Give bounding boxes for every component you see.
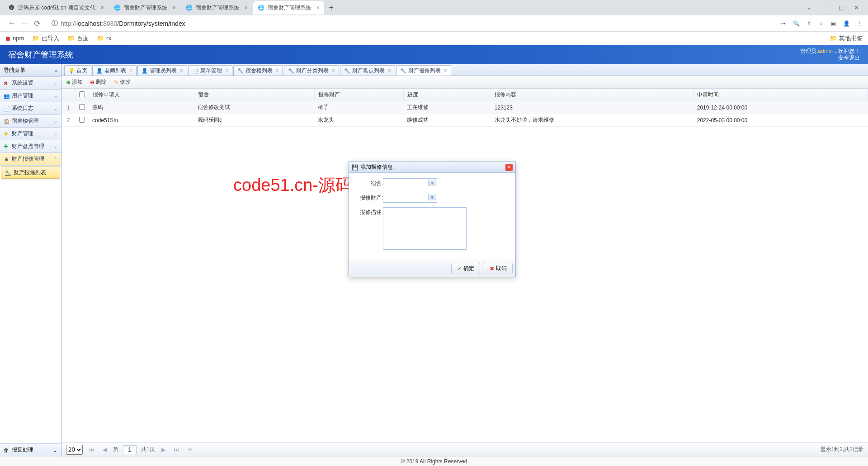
- logout-link[interactable]: 安全退出: [800, 55, 860, 62]
- close-icon[interactable]: ×: [129, 67, 132, 74]
- user-icon: [96, 67, 103, 74]
- property-combo[interactable]: [383, 193, 437, 203]
- browser-tab[interactable]: 🌐宿舍财产管理系统×: [109, 1, 180, 14]
- sidebar-item-logs[interactable]: 系统日志⌄: [0, 102, 61, 115]
- sidebar-item-users[interactable]: 用户管理⌄: [0, 90, 61, 102]
- bookmark-imported[interactable]: 📁已导入: [32, 34, 59, 43]
- prev-page-button[interactable]: ◀: [101, 447, 108, 453]
- close-icon[interactable]: ×: [101, 5, 104, 11]
- col-dorm[interactable]: 宿舍: [194, 89, 314, 101]
- puzzle-icon[interactable]: ▣: [831, 20, 836, 27]
- share-icon[interactable]: ⇪: [807, 20, 811, 27]
- search-icon[interactable]: 🔍: [793, 20, 800, 27]
- cancel-button[interactable]: ✖取消: [484, 263, 513, 274]
- last-page-button[interactable]: ⏭: [172, 447, 181, 453]
- footer: © 2019 All Rights Reserved: [0, 456, 868, 466]
- menu-icon[interactable]: ⋮: [857, 20, 863, 27]
- add-repair-dialog: 💾添加报修信息 × 宿舍: 报修财产: 报修描述: ✔确定 ✖取消: [349, 162, 516, 277]
- wrench-icon: [5, 170, 11, 176]
- puzzle-icon: [4, 143, 10, 150]
- first-page-button[interactable]: ⏮: [87, 447, 96, 453]
- col-applicant[interactable]: 报修申请人: [89, 89, 194, 101]
- close-icon[interactable]: ×: [332, 67, 335, 74]
- close-icon[interactable]: ×: [388, 67, 391, 74]
- pager-info: 显示1到2,共2记录: [821, 446, 863, 453]
- puzzle-icon: [4, 131, 10, 137]
- minimize-icon[interactable]: —: [822, 5, 828, 11]
- tab-teachers[interactable]: 老师列表×: [92, 65, 137, 76]
- back-button[interactable]: ←: [5, 19, 18, 28]
- tab-menus[interactable]: 菜单管理×: [188, 65, 232, 76]
- forward-button[interactable]: →: [18, 19, 31, 28]
- close-icon[interactable]: ×: [444, 67, 447, 74]
- dialog-title-bar[interactable]: 💾添加报修信息 ×: [349, 162, 515, 173]
- tab-inventory-list[interactable]: 财产盘点列表×: [340, 65, 395, 76]
- key-icon[interactable]: ⊶: [780, 20, 786, 27]
- add-button[interactable]: ⊕添加: [66, 78, 83, 86]
- close-icon[interactable]: ×: [276, 67, 279, 74]
- chevron-down-icon[interactable]: ⌄: [807, 5, 811, 11]
- wrench-icon: [288, 67, 294, 74]
- close-icon[interactable]: ×: [316, 5, 320, 11]
- tab-repair-list[interactable]: 财产报修列表×: [396, 65, 451, 76]
- wrench-icon: [237, 67, 244, 74]
- col-progress[interactable]: 进度: [403, 89, 491, 101]
- page-input[interactable]: [123, 445, 137, 454]
- close-icon[interactable]: ×: [245, 5, 248, 11]
- sidebar-item-scrap[interactable]: 报废处理⌄: [0, 443, 61, 456]
- page-size-select[interactable]: 20: [66, 445, 83, 455]
- new-tab-button[interactable]: +: [325, 3, 338, 13]
- col-property[interactable]: 报修财产: [314, 89, 403, 101]
- table-row[interactable]: 1 源码宿舍修改测试椅子正在维修1231232019-12-24 00:00:0…: [61, 101, 868, 114]
- browser-tab[interactable]: 🌐宿舍财产管理系统×: [181, 1, 252, 14]
- maximize-icon[interactable]: ▢: [839, 5, 844, 11]
- tab-admins[interactable]: 管理员列表×: [137, 65, 187, 76]
- user-icon: [142, 67, 148, 74]
- sidebar-item-dormitory[interactable]: 宿舍楼管理⌄: [0, 115, 61, 128]
- delete-button[interactable]: ⊖删除: [90, 78, 107, 86]
- building-icon: [4, 118, 10, 124]
- description-textarea[interactable]: [383, 207, 467, 250]
- next-page-button[interactable]: ▶: [160, 447, 167, 453]
- tab-home[interactable]: 首页: [64, 65, 91, 76]
- tab-dorm-list[interactable]: 宿舍楼列表×: [233, 65, 283, 76]
- row-checkbox[interactable]: [79, 104, 85, 110]
- sidebar-item-property[interactable]: 财产管理⌄: [0, 128, 61, 140]
- other-bookmarks[interactable]: 📁其他书签: [830, 34, 863, 43]
- collapse-icon[interactable]: «: [54, 67, 57, 74]
- dorm-combo[interactable]: [383, 178, 437, 188]
- dialog-close-button[interactable]: ×: [505, 164, 513, 171]
- menu-icon: [192, 67, 198, 74]
- sidebar-subitem-repair-list[interactable]: 财产报修列表: [1, 166, 60, 179]
- profile-icon[interactable]: 👤: [843, 20, 850, 27]
- refresh-button[interactable]: ⟲: [185, 447, 193, 453]
- label-description: 报修描述:: [358, 207, 383, 216]
- bookmark-rx[interactable]: 📁rx: [97, 35, 111, 42]
- sidebar-item-settings[interactable]: 系统设置⌄: [0, 77, 61, 90]
- wrench-icon: [400, 67, 406, 74]
- row-checkbox[interactable]: [79, 117, 85, 123]
- browser-tabstrip: 🅨源码乐园 code51.cn-项目论文代× 🌐宿舍财产管理系统× 🌐宿舍财产管…: [0, 0, 868, 15]
- browser-tab[interactable]: 🅨源码乐园 code51.cn-项目论文代×: [4, 1, 108, 14]
- col-time[interactable]: 申请时间: [693, 89, 868, 101]
- close-icon[interactable]: ×: [173, 5, 176, 11]
- browser-tab-active[interactable]: 🌐宿舍财产管理系统×: [253, 1, 324, 14]
- sidebar-item-inventory[interactable]: 财产盘点管理⌄: [0, 140, 61, 153]
- edit-button[interactable]: ✎修改: [114, 78, 131, 86]
- sidebar-header: 导航菜单«: [0, 64, 61, 77]
- table-row[interactable]: 2 code51Stu源码乐园c水龙头维修成功水龙头不好啦，请求维修2022-0…: [61, 114, 868, 127]
- col-content[interactable]: 报修内容: [491, 89, 693, 101]
- close-window-icon[interactable]: ✕: [854, 5, 859, 11]
- star-icon[interactable]: ☆: [819, 20, 824, 27]
- ok-button[interactable]: ✔确定: [451, 263, 480, 274]
- bookmark-baidu[interactable]: 📁百度: [67, 34, 89, 43]
- bookmark-npm[interactable]: ◼npm: [5, 35, 24, 42]
- tab-property-cat[interactable]: 财产分类列表×: [284, 65, 339, 76]
- reload-button[interactable]: ⟳: [31, 19, 43, 29]
- select-all-checkbox[interactable]: [79, 91, 85, 97]
- close-icon[interactable]: ×: [180, 67, 183, 74]
- url-input[interactable]: ⓘ http://localhost:8080/Dormitory/system…: [47, 17, 777, 30]
- close-icon[interactable]: ×: [225, 67, 228, 74]
- sidebar-item-repair[interactable]: 财产报修管理⌃: [0, 153, 61, 166]
- address-bar: ← → ⟳ ⓘ http://localhost:8080/Dormitory/…: [0, 15, 868, 32]
